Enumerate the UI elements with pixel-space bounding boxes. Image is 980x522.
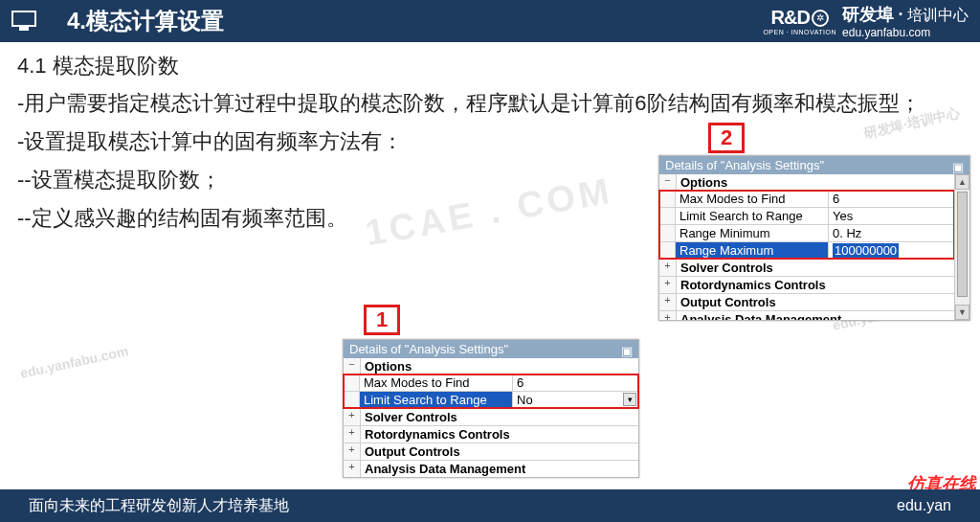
section-heading: 4.1 模态提取阶数 (17, 52, 963, 80)
logo-text: R&D (771, 7, 810, 29)
panel1-max-modes-row[interactable]: Max Modes to Find 6 (344, 374, 638, 391)
panel2-range-max-row[interactable]: Range Maximum 100000000 (659, 241, 954, 259)
panel1-title-bar: Details of "Analysis Settings" ▣ (344, 340, 638, 358)
panel1-limit-row[interactable]: Limit Search to Range No ▾ (344, 391, 638, 408)
paragraph-4: --定义感兴趣的结构固有频率范围。 (17, 203, 963, 234)
slide-header: 4.模态计算设置 R&D ✲ OPEN · INNOVATION 研发埠 · 培… (0, 0, 980, 42)
max-modes-value[interactable]: 6 (513, 374, 638, 391)
scroll-down-icon[interactable]: ▼ (955, 305, 969, 320)
watermark-small-1: edu.yanfabu.com (831, 295, 942, 333)
slide-title: 4.模态计算设置 (67, 6, 224, 36)
expand-icon[interactable]: + (344, 443, 361, 460)
watermark-small-2: edu.yanfabu.com (19, 343, 130, 381)
brand-url: edu.yanfabu.com (842, 26, 969, 39)
panel1-adm-row[interactable]: + Analysis Data Management (344, 460, 638, 477)
paragraph-2: -设置提取模态计算中的固有频率方法有： (17, 126, 963, 157)
monitor-icon (11, 11, 36, 32)
expand-icon[interactable]: + (344, 426, 361, 443)
max-modes-label: Max Modes to Find (360, 374, 513, 391)
slide-footer: 面向未来的工程研发创新人才培养基地 edu.yan (0, 489, 980, 522)
expand-icon[interactable]: + (344, 461, 361, 477)
header-left: 4.模态计算设置 (11, 6, 224, 36)
brand-cn: 研发埠 (842, 5, 894, 24)
panel1-rotor-row[interactable]: + Rotordynamics Controls (344, 425, 638, 443)
panel1-output-row[interactable]: + Output Controls (344, 443, 638, 460)
footer-left: 面向未来的工程研发创新人才培养基地 (29, 496, 289, 516)
pin-icon[interactable]: ▣ (621, 344, 633, 355)
logo-sub: OPEN · INNOVATION (763, 29, 836, 35)
expand-icon[interactable]: + (344, 409, 361, 425)
brand-dot: · (899, 5, 903, 24)
details-panel-1: Details of "Analysis Settings" ▣ − Optio… (343, 339, 639, 478)
brand-block: 研发埠 · 培训中心 edu.yanfabu.com (842, 3, 969, 39)
collapse-icon[interactable]: − (344, 358, 361, 374)
panel2-output-row[interactable]: + Output Controls (659, 293, 954, 310)
expand-icon[interactable]: + (659, 311, 677, 320)
panel1-options-header[interactable]: − Options (344, 358, 638, 374)
panel1-solver-row[interactable]: + Solver Controls (344, 408, 638, 425)
logo-badge: R&D ✲ OPEN · INNOVATION (763, 7, 836, 35)
footer-right: edu.yan (897, 497, 951, 514)
panel1-title: Details of "Analysis Settings" (349, 342, 508, 356)
callout-1: 1 (364, 305, 400, 335)
content-area: 4.1 模态提取阶数 -用户需要指定模态计算过程中提取的模态阶数，程序默认是计算… (0, 42, 980, 234)
panel2-solver-row[interactable]: + Solver Controls (659, 259, 954, 276)
dropdown-icon[interactable]: ▾ (623, 393, 636, 406)
expand-icon[interactable]: + (659, 294, 677, 310)
gear-icon: ✲ (812, 10, 829, 27)
paragraph-1: -用户需要指定模态计算过程中提取的模态阶数，程序默认是计算前6阶结构固有频率和模… (17, 88, 963, 119)
expand-icon[interactable]: + (659, 260, 677, 276)
panel1-highlighted-options: Max Modes to Find 6 Limit Search to Rang… (344, 374, 638, 408)
panel1-body: − Options Max Modes to Find 6 Limit Sear… (344, 358, 638, 477)
paragraph-3: --设置模态提取阶数； (17, 165, 963, 195)
expand-icon[interactable]: + (659, 277, 677, 293)
limit-range-label: Limit Search to Range (360, 392, 513, 408)
header-right: R&D ✲ OPEN · INNOVATION 研发埠 · 培训中心 edu.y… (763, 3, 969, 39)
brand-training: 培训中心 (907, 7, 969, 23)
limit-range-value[interactable]: No ▾ (513, 392, 638, 408)
panel2-adm-row[interactable]: + Analysis Data Management (659, 310, 954, 320)
panel2-rotor-row[interactable]: + Rotordynamics Controls (659, 276, 954, 293)
